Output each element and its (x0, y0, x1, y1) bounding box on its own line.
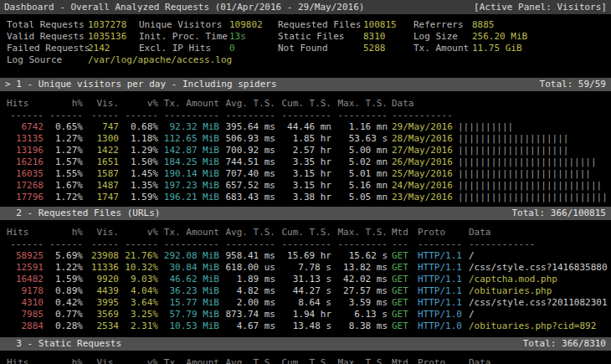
column-header-row: Hitsh%Vis.v%Tx. AmountAvg. T.S.Cum. T.S.… (0, 98, 611, 110)
cell-avg: 1.89 ms (223, 274, 275, 285)
cell-hpct: 1.59% (48, 274, 83, 285)
cell-date: 28/May/2016 (392, 133, 454, 145)
cell-proto: HTTP/1.1 (418, 297, 465, 309)
cell-avg: --------- (223, 110, 275, 121)
cell-avg: 873.74 ms (223, 309, 275, 320)
cell-cum: Cum. T.S. (280, 98, 331, 110)
cell-cum: 3.15 hr (280, 168, 331, 180)
cell-bars: |||||||||| (458, 121, 611, 133)
summary-label: Not Found (278, 43, 363, 54)
cell-hpct: 1.27% (48, 133, 83, 145)
cell-tx: 15.77 MiB (162, 297, 219, 309)
cell-avg: 618.00 us (223, 262, 275, 274)
cell-proto: Proto (418, 357, 465, 364)
cell-vpct: 10.32% (123, 262, 158, 274)
cell-vpct: 2.31% (123, 320, 158, 332)
cell-avg: 958.41 ms (223, 250, 275, 262)
cell-avg: 657.52 ms (223, 180, 275, 192)
cell-cum: --------- (280, 238, 331, 250)
cell-max: 5.02 mn (336, 156, 388, 168)
panel-header: 3 - Static RequestsTotal: 366/8310 (0, 337, 611, 351)
cell-hpct: ------ (48, 110, 83, 121)
cell-mtd: GET (392, 250, 413, 262)
cell-vis: 2534 (87, 320, 119, 332)
cell-hpct: h% (48, 357, 83, 364)
cell-bars: |||||||||||||||||||||||||| (458, 180, 611, 192)
cell-hits: Hits (7, 227, 44, 238)
cell-vis: Vis. (87, 227, 119, 238)
cell-vis: ----- (87, 110, 119, 121)
cell-vis: 1651 (87, 156, 119, 168)
cell-bars: |||||||||||||||||||| (458, 133, 611, 145)
cell-proto: HTTP/1.1 (418, 250, 465, 262)
cell-vpct: 1.59% (123, 192, 158, 203)
table-row: 131961.27%14221.29%142.87 MiB700.92 ms2.… (0, 145, 611, 156)
cell-proto: HTTP/1.0 (418, 309, 465, 320)
cell-max: 42.02 ms (336, 274, 388, 285)
cell-cum: 7.78 s (280, 262, 331, 274)
cell-vis: 3995 (87, 297, 119, 309)
cell-max: Max. T.S. (336, 357, 388, 364)
cell-tx: 92.32 MiB (162, 121, 219, 133)
panel-title: 3 - Static Requests (5, 337, 121, 351)
column-dash-row: ----------------------------------------… (0, 110, 611, 121)
cell-cum: 2.57 hr (280, 145, 331, 156)
panel-total: Total: 59/59 (540, 78, 606, 91)
column-dash-row: ----------------------------------------… (0, 238, 611, 250)
summary-value: 109802 (229, 19, 278, 31)
cell-tx: 292.08 MiB (162, 250, 219, 262)
cell-bars: |||||||||||||||||||| (458, 145, 611, 156)
cell-vis: 4439 (87, 285, 119, 297)
summary-label: Static Files (278, 31, 363, 43)
panel-table: Hitsh%Vis.v%Tx. AmountAvg. T.S.Cum. T.S.… (0, 227, 611, 332)
cell-avg: 2.00 ms (223, 297, 275, 309)
cell-cum: Cum. T.S. (280, 227, 331, 238)
summary-label: Log Size (413, 31, 472, 43)
cell-vis: 11336 (87, 262, 119, 274)
summary-value: 13s (229, 31, 278, 43)
cell-date: 24/May/2016 (392, 180, 454, 192)
cell-bars (458, 110, 611, 121)
summary-value: 256.20 MiB (472, 31, 611, 43)
summary-label: Unique Visitors (139, 19, 229, 31)
cell-hits: 13135 (7, 133, 44, 145)
cell-hpct: 0.65% (48, 121, 83, 133)
cell-avg: 744.51 ms (223, 156, 275, 168)
cell-hpct: ------ (48, 238, 83, 250)
table-row: 131351.27%13001.18%112.65 MiB506.93 ms1.… (0, 133, 611, 145)
cell-vis: 23908 (87, 250, 119, 262)
cell-mtd: Mtd (392, 227, 413, 238)
cell-vpct: 3.64% (123, 297, 158, 309)
column-header-row: Hitsh%Vis.v%Tx. AmountAvg. T.S.Cum. T.S.… (0, 227, 611, 238)
cell-vpct: 3.25% (123, 309, 158, 320)
cell-data: /obituaries.php?cid=892 (469, 320, 611, 332)
summary-label: Tx. Amount (413, 43, 472, 54)
cell-avg: Avg. T.S. (223, 98, 275, 110)
cell-cum: 3.15 hr (280, 180, 331, 192)
cell-vpct: 21.76% (123, 250, 158, 262)
cell-max: --------- (336, 238, 388, 250)
summary-label: Failed Requests (7, 43, 88, 54)
cell-data: /css/style.css?1416835880 (469, 262, 611, 274)
cell-vis: 1422 (87, 145, 119, 156)
cell-data: /obituaries.php (469, 285, 611, 297)
cell-avg: Avg. T.S. (223, 357, 275, 364)
goaccess-terminal[interactable]: Dashboard - Overall Analyzed Requests (0… (0, 0, 611, 364)
cell-vpct: v% (123, 227, 158, 238)
panel-table: Hitsh%Vis.v%Tx. AmountAvg. T.S.Cum. T.S.… (0, 357, 611, 364)
summary-value: 1037278 (88, 19, 139, 31)
cell-hpct: 0.77% (48, 309, 83, 320)
cell-vpct: 0.68% (123, 121, 158, 133)
panel-3: 3 - Static RequestsTotal: 366/8310Hitsh%… (0, 337, 611, 364)
cell-cum: 1.94 hr (280, 309, 331, 320)
summary-value: /var/log/apache/access.log (88, 54, 611, 66)
table-row: 28840.28%25342.31%10.53 MiB4.67 ms13.48 … (0, 320, 611, 332)
cell-cum: Cum. T.S. (280, 357, 331, 364)
cell-avg: 395.64 ms (223, 121, 275, 133)
cell-hpct: 0.89% (48, 285, 83, 297)
cell-hits: 4310 (7, 297, 44, 309)
summary: Total Requests1037278Unique Visitors1098… (0, 19, 611, 66)
cell-tx: 112.65 MiB (162, 133, 219, 145)
table-row: 91780.89%44394.04%36.23 MiB4.82 ms44.27 … (0, 285, 611, 297)
summary-row: Total Requests1037278Unique Visitors1098… (0, 19, 611, 31)
